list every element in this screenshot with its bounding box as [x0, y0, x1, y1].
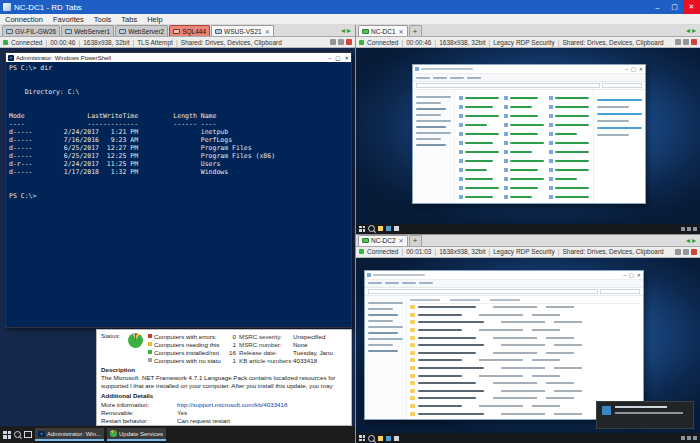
- file-row[interactable]: [410, 364, 640, 372]
- speaker-icon[interactable]: [675, 249, 681, 255]
- performance-icon[interactable]: [338, 39, 344, 45]
- search-box[interactable]: [600, 289, 640, 294]
- control-panel-item[interactable]: [504, 156, 544, 165]
- tab-scroll-right-button[interactable]: ▸: [692, 27, 696, 35]
- control-panel-item[interactable]: [459, 111, 499, 120]
- menu-favorites[interactable]: Favorites: [48, 15, 89, 24]
- menu-tabs[interactable]: Tabs: [116, 15, 142, 24]
- control-panel-item[interactable]: [549, 192, 589, 201]
- new-tab-button[interactable]: +: [409, 235, 422, 246]
- tab-webserver1[interactable]: WebServer1: [61, 25, 114, 36]
- minimize-button[interactable]: –: [328, 55, 331, 61]
- control-panel-item[interactable]: [459, 102, 499, 111]
- close-tab-icon[interactable]: ✕: [399, 28, 404, 35]
- control-panel-item[interactable]: [549, 183, 589, 192]
- close-tab-icon[interactable]: ✕: [399, 237, 404, 244]
- control-panel-item[interactable]: [549, 138, 589, 147]
- file-row[interactable]: [410, 341, 640, 349]
- menu-tools[interactable]: Tools: [89, 15, 117, 24]
- control-panel-item[interactable]: [459, 174, 499, 183]
- tab-wsus-vs21[interactable]: WSUS-VS21 ✕: [211, 25, 274, 36]
- address-bar[interactable]: [416, 83, 600, 88]
- control-panel-item[interactable]: [459, 129, 499, 138]
- control-panel-item[interactable]: [504, 102, 544, 111]
- control-panel-item[interactable]: [504, 147, 544, 156]
- control-panel-item[interactable]: [504, 111, 544, 120]
- control-panel-item[interactable]: [504, 192, 544, 201]
- control-panel-item[interactable]: [504, 120, 544, 129]
- performance-icon[interactable]: [683, 39, 689, 45]
- powershell-window[interactable]: > Administrator: Windows PowerShell – ▢ …: [5, 52, 352, 328]
- control-panel-item[interactable]: [459, 147, 499, 156]
- control-panel-item[interactable]: [504, 165, 544, 174]
- taskbar-button-update-services[interactable]: Update Services: [107, 428, 166, 441]
- file-row[interactable]: [410, 349, 640, 357]
- toolbar[interactable]: [365, 280, 643, 288]
- file-row[interactable]: [410, 379, 640, 387]
- file-row[interactable]: [410, 357, 640, 365]
- minimize-button[interactable]: –: [623, 272, 626, 278]
- close-button[interactable]: ✕: [683, 0, 700, 14]
- search-box[interactable]: [602, 83, 642, 88]
- app-icon[interactable]: [394, 226, 399, 231]
- navigation-pane[interactable]: [365, 296, 407, 419]
- close-button[interactable]: ✕: [344, 55, 349, 61]
- app-icon[interactable]: [386, 436, 391, 441]
- file-row[interactable]: [410, 311, 640, 319]
- control-panel-item[interactable]: [459, 183, 499, 192]
- control-panel-item[interactable]: [549, 111, 589, 120]
- window-title-bar[interactable]: – ▢ ✕: [365, 271, 643, 280]
- search-icon[interactable]: [368, 225, 375, 232]
- tab-nc-dc2[interactable]: NC-DC2 ✕: [358, 235, 408, 246]
- powershell-title-bar[interactable]: > Administrator: Windows PowerShell – ▢ …: [6, 53, 351, 62]
- start-button[interactable]: [359, 435, 365, 441]
- toolbar[interactable]: [413, 74, 645, 82]
- file-explorer-icon[interactable]: [378, 436, 383, 441]
- control-panel-item[interactable]: [549, 174, 589, 183]
- navigation-pane[interactable]: [413, 90, 455, 203]
- file-row[interactable]: [410, 326, 640, 334]
- window-title-bar[interactable]: – ▢ ✕: [413, 65, 645, 74]
- control-panel-item[interactable]: [504, 183, 544, 192]
- control-panel-items[interactable]: [455, 90, 593, 203]
- control-panel-item[interactable]: [549, 102, 589, 111]
- close-button[interactable]: ✕: [637, 272, 641, 278]
- control-panel-item[interactable]: [459, 120, 499, 129]
- maximize-button[interactable]: ▢: [666, 0, 683, 14]
- control-panel-item[interactable]: [504, 129, 544, 138]
- control-panel-item[interactable]: [459, 192, 499, 201]
- search-icon[interactable]: [368, 435, 375, 442]
- disconnect-icon[interactable]: [691, 39, 697, 45]
- tab-scroll-left-button[interactable]: ◂: [341, 27, 345, 35]
- start-button[interactable]: [3, 431, 11, 439]
- minimize-button[interactable]: –: [625, 66, 628, 72]
- control-panel-item[interactable]: [504, 93, 544, 102]
- search-icon[interactable]: [14, 431, 21, 438]
- control-panel-item[interactable]: [549, 129, 589, 138]
- speaker-icon[interactable]: [330, 39, 336, 45]
- tab-gv-fil-gw26[interactable]: GV-FIL-GW26: [2, 25, 60, 36]
- tab-scroll-right-button[interactable]: ▸: [692, 237, 696, 245]
- system-tray[interactable]: [681, 436, 697, 440]
- disconnect-icon[interactable]: [346, 39, 352, 45]
- remote-desktop-wsus[interactable]: > Administrator: Windows PowerShell – ▢ …: [0, 48, 355, 443]
- maximize-button[interactable]: ▢: [629, 272, 634, 278]
- control-panel-item[interactable]: [549, 156, 589, 165]
- file-row[interactable]: [410, 304, 640, 312]
- tab-sql444[interactable]: SQL444: [169, 25, 210, 36]
- file-row[interactable]: [410, 334, 640, 342]
- control-panel-item[interactable]: [504, 138, 544, 147]
- new-tab-button[interactable]: +: [409, 25, 422, 36]
- system-tray[interactable]: [681, 227, 697, 231]
- control-panel-item[interactable]: [459, 138, 499, 147]
- speaker-icon[interactable]: [675, 39, 681, 45]
- close-tab-icon[interactable]: ✕: [265, 28, 270, 35]
- control-panel-item[interactable]: [549, 120, 589, 129]
- start-button[interactable]: [359, 226, 365, 232]
- column-headers[interactable]: [410, 297, 640, 304]
- performance-icon[interactable]: [683, 249, 689, 255]
- address-bar[interactable]: [368, 289, 598, 294]
- remote-desktop-nc-dc2[interactable]: – ▢ ✕: [356, 258, 700, 443]
- maximize-button[interactable]: ▢: [335, 55, 340, 61]
- app-icon[interactable]: [386, 226, 391, 231]
